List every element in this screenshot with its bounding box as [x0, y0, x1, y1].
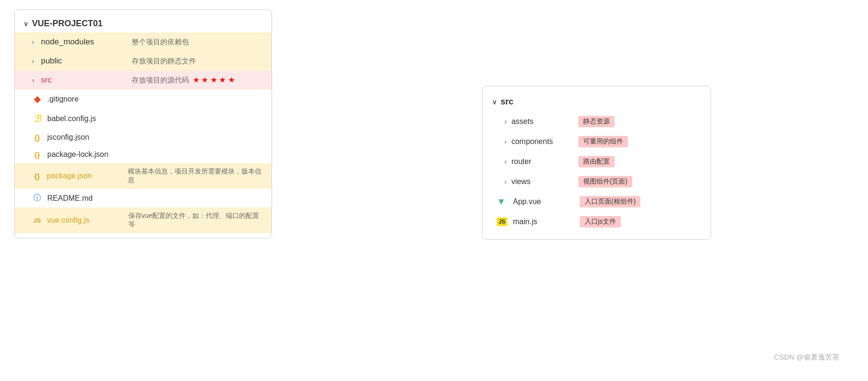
assets-chevron-icon: ›: [504, 118, 507, 125]
file-row-jsconfig[interactable]: {} jsconfig.json: [15, 129, 272, 146]
src-row-router[interactable]: › router 路由配置: [482, 152, 711, 172]
assets-name: assets: [512, 117, 574, 126]
file-name-readme: README.md: [47, 194, 124, 203]
components-chevron-icon: ›: [504, 138, 507, 145]
project-header: ∨ VUE-PROJECT01: [15, 15, 272, 32]
src-row-app-vue[interactable]: ▼ App.vue 入口页面(根组件): [482, 192, 711, 212]
git-icon: ◆: [32, 94, 42, 104]
folder-row-public[interactable]: › public 存放项目的静态文件: [15, 51, 272, 71]
router-name: router: [512, 157, 574, 166]
main-js-name: main.js: [513, 217, 575, 226]
folder-chevron-src-icon: ›: [32, 76, 34, 84]
vue-icon: ▼: [497, 196, 507, 207]
file-name-jsconfig: jsconfig.json: [47, 133, 124, 142]
project-chevron-icon: ∨: [23, 20, 28, 28]
project-title: VUE-PROJECT01: [32, 19, 103, 29]
src-header: ∨ src: [482, 94, 711, 110]
readme-icon: ⓘ: [32, 193, 42, 203]
folder-row-src[interactable]: › src 存放项目的源代码 ★ ★ ★ ★ ★: [15, 71, 272, 90]
main-js-tag: 入口js文件: [580, 216, 621, 227]
components-tag: 可重用的组件: [578, 136, 628, 147]
json-icon-jsconfig: {}: [32, 134, 42, 142]
file-row-readme[interactable]: ⓘ README.md: [15, 189, 272, 207]
file-name-babel: babel.config.js: [47, 114, 124, 123]
file-row-package-lock[interactable]: {} package-lock.json: [15, 146, 272, 163]
folder-desc-src: 存放项目的源代码 ★ ★ ★ ★ ★: [132, 75, 235, 85]
file-name-gitignore: .gitignore: [47, 95, 124, 103]
file-row-package-json[interactable]: {} package.json 模块基本信息，项目开发所需要模块，版本信息: [15, 163, 272, 189]
router-chevron-icon: ›: [504, 158, 507, 165]
components-name: components: [512, 137, 574, 146]
folder-name-public: public: [41, 56, 127, 66]
folder-desc-public: 存放项目的静态文件: [132, 57, 196, 66]
views-tag: 视图组件(页面): [578, 176, 632, 187]
folder-row-node-modules[interactable]: › node_modules 整个项目的依赖包: [15, 32, 272, 51]
folder-desc-node-modules: 整个项目的依赖包: [132, 38, 189, 47]
views-chevron-icon: ›: [504, 178, 507, 185]
folder-name-src: src: [41, 75, 127, 85]
file-desc-package-json: 模块基本信息，项目开发所需要模块，版本信息: [128, 167, 263, 185]
src-stars: ★ ★ ★ ★ ★: [193, 76, 235, 84]
file-row-gitignore[interactable]: ◆ .gitignore: [15, 90, 272, 109]
file-row-babel[interactable]: ℬ babel.config.js: [15, 109, 272, 129]
src-row-main-js[interactable]: JS main.js 入口js文件: [482, 212, 711, 232]
src-title: src: [501, 97, 513, 107]
file-name-package-json: package.json: [47, 172, 123, 180]
babel-icon: ℬ: [32, 113, 42, 124]
folder-name-node-modules: node_modules: [41, 37, 127, 47]
src-chevron-icon: ∨: [492, 98, 497, 106]
right-panel: ∨ src › assets 静态资源 › components 可重用的组件 …: [482, 86, 711, 240]
app-vue-tag: 入口页面(根组件): [580, 196, 640, 207]
file-desc-vue-config: 保存vue配置的文件，如：代理、端口的配置等: [128, 212, 263, 229]
folder-chevron-icon: ›: [32, 38, 34, 46]
watermark: CSDN @偷萧逸苦茶: [774, 353, 839, 362]
json-icon-package-lock: {}: [32, 151, 42, 159]
json-icon-package: {}: [32, 172, 42, 180]
app-vue-name: App.vue: [513, 197, 575, 206]
router-tag: 路由配置: [578, 156, 615, 167]
file-row-vue-config[interactable]: JS vue.config.js 保存vue配置的文件，如：代理、端口的配置等: [15, 207, 272, 233]
folder-chevron-public-icon: ›: [32, 57, 34, 65]
file-name-vue-config: vue.config.js: [47, 216, 124, 225]
views-name: views: [512, 177, 574, 186]
src-row-components[interactable]: › components 可重用的组件: [482, 132, 711, 152]
js-badge-icon: JS: [497, 217, 507, 226]
left-panel: ∨ VUE-PROJECT01 › node_modules 整个项目的依赖包 …: [14, 10, 272, 238]
assets-tag: 静态资源: [578, 116, 615, 127]
src-row-views[interactable]: › views 视图组件(页面): [482, 172, 711, 192]
file-name-package-lock: package-lock.json: [47, 150, 124, 159]
js-icon-vue-config: JS: [32, 217, 42, 224]
src-row-assets[interactable]: › assets 静态资源: [482, 112, 711, 132]
